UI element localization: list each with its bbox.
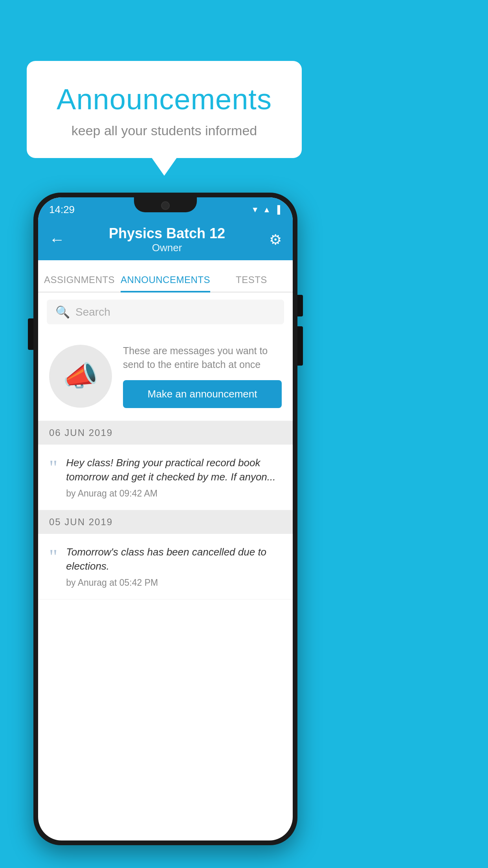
tab-assignments[interactable]: ASSIGNMENTS	[38, 274, 121, 292]
announcement-description: These are messages you want to send to t…	[123, 344, 282, 371]
camera	[161, 201, 170, 210]
signal-icon: ▲	[263, 205, 271, 214]
wifi-icon: ▼	[251, 205, 259, 214]
speech-bubble: Announcements keep all your students inf…	[27, 61, 302, 158]
make-announcement-button[interactable]: Make an announcement	[123, 380, 282, 408]
announcement-content-1: Hey class! Bring your practical record b…	[66, 456, 282, 499]
battery-icon: ▐	[275, 205, 280, 214]
announcement-item-1: " Hey class! Bring your practical record…	[38, 445, 293, 510]
quote-icon: "	[49, 458, 57, 478]
power-button[interactable]	[297, 295, 303, 316]
phone-screen: 14:29 ▼ ▲ ▐ ← Physics Batch 12 Owner ⚙ A…	[38, 197, 293, 840]
search-container: 🔍 Search	[38, 292, 293, 331]
search-bar[interactable]: 🔍 Search	[47, 300, 284, 324]
search-placeholder: Search	[75, 306, 110, 318]
bubble-title: Announcements	[50, 83, 278, 116]
volume-button[interactable]	[28, 318, 33, 350]
announcement-right: These are messages you want to send to t…	[123, 344, 282, 408]
date-separator-2: 05 JUN 2019	[38, 510, 293, 534]
app-bar: ← Physics Batch 12 Owner ⚙	[38, 219, 293, 260]
announcement-text-1: Hey class! Bring your practical record b…	[66, 456, 282, 484]
app-bar-title: Physics Batch 12	[65, 225, 269, 242]
quote-icon-2: "	[49, 547, 57, 567]
bubble-subtitle: keep all your students informed	[50, 123, 278, 138]
announcement-author-2: by Anurag at 05:42 PM	[66, 577, 282, 588]
status-time: 14:29	[49, 204, 75, 216]
tab-tests[interactable]: TESTS	[210, 274, 293, 292]
phone: 14:29 ▼ ▲ ▐ ← Physics Batch 12 Owner ⚙ A…	[33, 193, 297, 845]
status-icons: ▼ ▲ ▐	[251, 205, 280, 214]
back-button[interactable]: ←	[49, 231, 65, 248]
megaphone-icon-circle: 📣	[49, 345, 112, 408]
volume-down-button[interactable]	[297, 326, 303, 366]
date-separator-1: 06 JUN 2019	[38, 421, 293, 445]
announcement-author-1: by Anurag at 09:42 AM	[66, 488, 282, 499]
notch	[134, 197, 197, 212]
app-bar-center: Physics Batch 12 Owner	[65, 225, 269, 254]
search-icon: 🔍	[55, 305, 70, 319]
tabs: ASSIGNMENTS ANNOUNCEMENTS TESTS	[38, 260, 293, 292]
announcement-item-2: " Tomorrow's class has been cancelled du…	[38, 534, 293, 600]
announcement-content-2: Tomorrow's class has been cancelled due …	[66, 545, 282, 588]
app-bar-subtitle: Owner	[65, 242, 269, 254]
tab-announcements[interactable]: ANNOUNCEMENTS	[121, 274, 210, 292]
speech-bubble-container: Announcements keep all your students inf…	[27, 61, 302, 158]
announcement-prompt: 📣 These are messages you want to send to…	[38, 331, 293, 421]
settings-button[interactable]: ⚙	[269, 232, 282, 248]
announcement-text-2: Tomorrow's class has been cancelled due …	[66, 545, 282, 574]
